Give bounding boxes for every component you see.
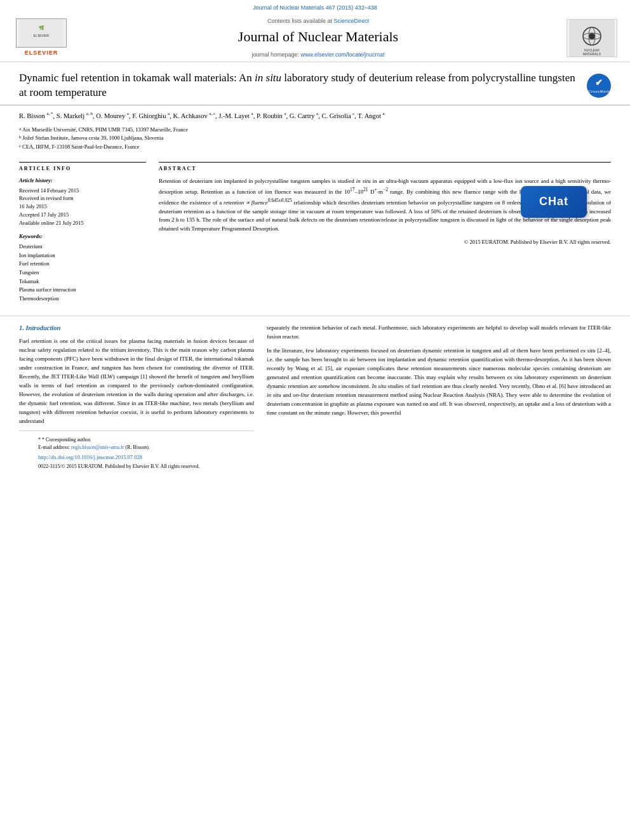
email-note: E-mail address: regis.bisson@univ-amu.fr…: [38, 444, 235, 451]
elsevier-logo: 🌿 ELSEVIER ELSEVIER: [13, 19, 70, 57]
received-date: Received 14 February 2015: [19, 187, 146, 195]
corresponding-note: * * Corresponding author.: [38, 436, 235, 444]
article-title-section: Dynamic fuel retention in tokamak wall m…: [0, 62, 630, 106]
article-info-col: ARTICLE INFO Article history: Received 1…: [19, 162, 146, 310]
intro-para2: separately the retention behavior of eac…: [267, 324, 611, 342]
body-right-col: separately the retention behavior of eac…: [267, 324, 611, 472]
svg-rect-0: [19, 19, 64, 47]
elsevier-label: ELSEVIER: [25, 49, 58, 57]
journal-homepage: journal homepage: www.elsevier.com/locat…: [70, 51, 566, 59]
article-info-header: ARTICLE INFO: [19, 162, 146, 172]
journal-header: Journal of Nuclear Materials 467 (2015) …: [0, 0, 630, 62]
affiliation-b: b Jožef Stefan Institute, Jamova cesta 3…: [19, 134, 611, 143]
affiliation-a: a Aix Marseille Université, CNRS, PIIM U…: [19, 126, 611, 135]
crossmark-badge: ✔ CrossMark: [587, 74, 611, 98]
intro-title: 1. Introduction: [19, 324, 254, 333]
body-section: 1. Introduction Fuel retention is one of…: [0, 316, 630, 479]
sciencedirect-link[interactable]: ScienceDirect: [334, 18, 370, 24]
nuclear-logo: NUCLEAR MATERIALS: [566, 19, 617, 57]
journal-center: Contents lists available at ScienceDirec…: [70, 17, 566, 59]
journal-number: Journal of Nuclear Materials 467 (2015) …: [13, 4, 617, 12]
authors-line: R. Bisson a, *, S. Markelj a, b, O. Mour…: [19, 110, 611, 121]
copyright-line: © 2015 EURATOM. Published by Elsevier B.…: [159, 239, 611, 246]
authors-section: R. Bisson a, *, S. Markelj a, b, O. Mour…: [0, 105, 630, 155]
rights-line: 0022-3115/© 2015 EURATOM. Published by E…: [38, 463, 235, 470]
article-info-abstract: ARTICLE INFO Article history: Received 1…: [0, 156, 630, 317]
doi-line: http://dx.doi.org/10.1016/j.jnucmat.2015…: [38, 454, 235, 462]
article-footer: * * Corresponding author. E-mail address…: [19, 430, 254, 472]
journal-title: Journal of Nuclear Materials: [70, 27, 566, 47]
affiliation-c: c CEA, IRFM, F-13108 Saint-Paul-lez-Dura…: [19, 143, 611, 152]
keywords-label: Keywords:: [19, 233, 146, 241]
history-label: Article history:: [19, 177, 146, 185]
online-date: Available online 21 July 2015: [19, 219, 146, 227]
abstract-header: ABSTRACT: [159, 162, 611, 172]
email-link[interactable]: regis.bisson@univ-amu.fr: [71, 444, 124, 450]
keywords-list: DeuteriumIon implantationFuel retentionT…: [19, 243, 146, 303]
accepted-date: Accepted 17 July 2015: [19, 211, 146, 219]
chat-label: CHat: [539, 194, 568, 210]
contents-available: Contents lists available at ScienceDirec…: [70, 17, 566, 25]
svg-text:ELSEVIER: ELSEVIER: [34, 34, 50, 37]
svg-text:🌿: 🌿: [39, 25, 44, 30]
corresponding-label: * Corresponding author.: [42, 437, 91, 443]
keywords-group: Keywords: DeuteriumIon implantationFuel …: [19, 233, 146, 303]
revised-label: Received in revised form: [19, 194, 146, 203]
svg-text:MATERIALS: MATERIALS: [583, 52, 601, 56]
affiliations: a Aix Marseille Université, CNRS, PIIM U…: [19, 126, 611, 152]
chat-badge[interactable]: CHat: [521, 186, 587, 218]
abstract-col: ABSTRACT Retention of deuterium ion impl…: [159, 162, 611, 310]
elsevier-logo-image: 🌿 ELSEVIER: [16, 18, 67, 48]
doi-link[interactable]: http://dx.doi.org/10.1016/j.jnucmat.2015…: [38, 454, 142, 460]
intro-para3: In the literature, few laboratory experi…: [267, 347, 611, 418]
article-title: Dynamic fuel retention in tokamak wall m…: [19, 71, 587, 100]
body-left-col: 1. Introduction Fuel retention is one of…: [19, 324, 254, 472]
journal-url[interactable]: www.elsevier.com/locate/jnucmat: [301, 51, 385, 58]
intro-para1: Fuel retention is one of the critical is…: [19, 337, 254, 425]
revised-date: 16 July 2015: [19, 203, 146, 211]
article-history: Article history: Received 14 February 20…: [19, 177, 146, 227]
svg-point-5: [589, 33, 595, 39]
